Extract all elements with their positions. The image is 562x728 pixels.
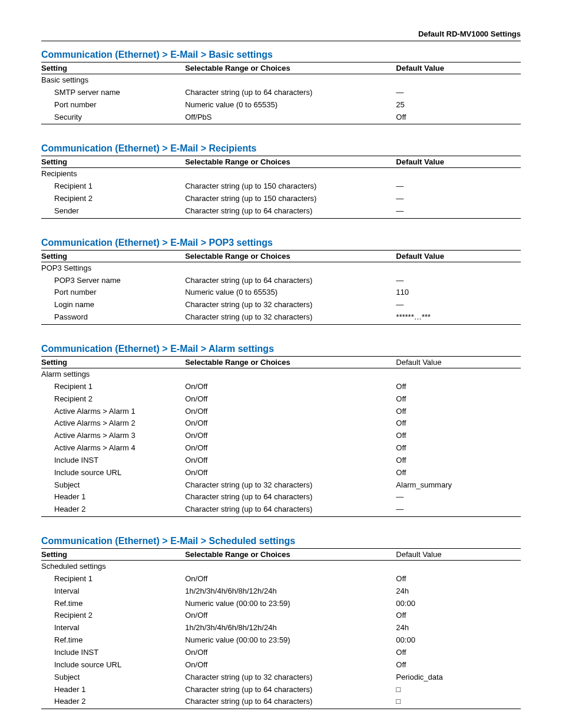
range-cell	[185, 74, 396, 87]
table-row: Active Alarms > Alarm 4On/OffOff	[41, 442, 521, 454]
range-cell: On/Off	[185, 659, 396, 671]
setting-cell: Security	[41, 111, 185, 124]
settings-section: Communication (Ethernet) > E-Mail > Alar…	[41, 344, 521, 517]
default-cell: Off	[396, 111, 521, 124]
range-cell: Numeric value (00:00 to 23:59)	[185, 634, 396, 647]
setting-cell: Login name	[41, 299, 185, 311]
range-cell: On/Off	[185, 442, 396, 454]
setting-cell: SMTP server name	[41, 87, 185, 99]
range-cell: Character string (up to 150 characters)	[185, 180, 396, 193]
setting-cell: Recipient 1	[41, 573, 185, 585]
default-cell: —	[396, 491, 521, 503]
table-row: Recipient 2On/OffOff	[41, 610, 521, 622]
setting-cell: Include source URL	[41, 467, 185, 479]
range-cell: Character string (up to 32 characters)	[185, 299, 396, 311]
default-cell: ******…***	[396, 311, 521, 324]
setting-cell: Ref.time	[41, 634, 185, 647]
default-cell: —	[396, 275, 521, 287]
default-cell	[396, 561, 521, 573]
range-cell: On/Off	[185, 406, 396, 418]
setting-cell: Header 2	[41, 696, 185, 709]
default-cell: □	[396, 684, 521, 696]
default-cell: 25	[396, 99, 521, 111]
default-cell: Off	[396, 393, 521, 406]
range-cell: Numeric value (0 to 65535)	[185, 99, 396, 111]
range-cell	[185, 262, 396, 274]
default-cell: —	[396, 180, 521, 193]
settings-table: SettingSelectable Range or ChoicesDefaul…	[41, 548, 521, 709]
settings-table: SettingSelectable Range or ChoicesDefaul…	[41, 156, 521, 218]
table-header: Setting	[41, 549, 185, 561]
setting-cell: POP3 Settings	[41, 262, 185, 274]
table-row: Recipient 1On/OffOff	[41, 573, 521, 585]
table-row: SMTP server nameCharacter string (up to …	[41, 87, 521, 99]
range-cell: On/Off	[185, 467, 396, 479]
range-cell: Character string (up to 32 characters)	[185, 671, 396, 684]
table-header: Setting	[41, 250, 185, 262]
table-row: POP3 Server nameCharacter string (up to …	[41, 275, 521, 287]
range-cell: Character string (up to 64 characters)	[185, 696, 396, 709]
default-cell: 24h	[396, 585, 521, 598]
default-cell: —	[396, 205, 521, 218]
default-cell: 00:00	[396, 598, 521, 610]
default-cell: Off	[396, 454, 521, 467]
settings-section: Communication (Ethernet) > E-Mail > Reci…	[41, 143, 521, 218]
table-header: Setting	[41, 356, 185, 368]
setting-cell: Alarm settings	[41, 368, 185, 380]
setting-cell: Include INST	[41, 454, 185, 467]
default-cell: Off	[396, 442, 521, 454]
table-row: Alarm settings	[41, 368, 521, 380]
setting-cell: Recipients	[41, 168, 185, 180]
range-cell: On/Off	[185, 430, 396, 442]
table-row: Basic settings	[41, 74, 521, 87]
table-header: Selectable Range or Choices	[185, 549, 396, 561]
table-header: Default Value	[396, 549, 521, 561]
table-row: Include INSTOn/OffOff	[41, 647, 521, 659]
settings-table: SettingSelectable Range or ChoicesDefaul…	[41, 250, 521, 325]
table-row: Ref.timeNumeric value (00:00 to 23:59)00…	[41, 634, 521, 647]
default-cell	[396, 368, 521, 380]
setting-cell: Scheduled settings	[41, 561, 185, 573]
settings-section: Communication (Ethernet) > E-Mail > Basi…	[41, 50, 521, 124]
default-cell: 00:00	[396, 634, 521, 647]
table-row: Header 1Character string (up to 64 chara…	[41, 684, 521, 696]
setting-cell: Include INST	[41, 647, 185, 659]
range-cell: On/Off	[185, 393, 396, 406]
table-row: Active Alarms > Alarm 1On/OffOff	[41, 406, 521, 418]
table-row: SubjectCharacter string (up to 32 charac…	[41, 671, 521, 684]
setting-cell: Active Alarms > Alarm 4	[41, 442, 185, 454]
section-title: Communication (Ethernet) > E-Mail > POP3…	[41, 238, 521, 249]
default-cell	[396, 262, 521, 274]
default-cell: 110	[396, 286, 521, 299]
range-cell: Off/PbS	[185, 111, 396, 124]
table-row: SubjectCharacter string (up to 32 charac…	[41, 479, 521, 492]
setting-cell: Recipient 2	[41, 610, 185, 622]
range-cell: 1h/2h/3h/4h/6h/8h/12h/24h	[185, 585, 396, 598]
default-cell: —	[396, 503, 521, 516]
range-cell: Character string (up to 64 characters)	[185, 491, 396, 503]
table-row: Ref.timeNumeric value (00:00 to 23:59)00…	[41, 598, 521, 610]
table-row: Scheduled settings	[41, 561, 521, 573]
setting-cell: Basic settings	[41, 74, 185, 87]
range-cell: On/Off	[185, 610, 396, 622]
table-row: Include source URLOn/OffOff	[41, 659, 521, 671]
range-cell: Character string (up to 64 characters)	[185, 503, 396, 516]
table-row: Login nameCharacter string (up to 32 cha…	[41, 299, 521, 311]
setting-cell: POP3 Server name	[41, 275, 185, 287]
setting-cell: Interval	[41, 585, 185, 598]
table-row: Recipients	[41, 168, 521, 180]
range-cell: Character string (up to 32 characters)	[185, 479, 396, 492]
setting-cell: Header 1	[41, 491, 185, 503]
range-cell: Character string (up to 32 characters)	[185, 311, 396, 324]
range-cell: Character string (up to 64 characters)	[185, 275, 396, 287]
setting-cell: Active Alarms > Alarm 3	[41, 430, 185, 442]
table-row: Include INSTOn/OffOff	[41, 454, 521, 467]
table-row: Recipient 1On/OffOff	[41, 381, 521, 393]
settings-section: Communication (Ethernet) > E-Mail > POP3…	[41, 238, 521, 325]
default-cell: Off	[396, 647, 521, 659]
table-row: Active Alarms > Alarm 3On/OffOff	[41, 430, 521, 442]
table-row: Header 1Character string (up to 64 chara…	[41, 491, 521, 503]
table-row: Interval1h/2h/3h/4h/6h/8h/12h/24h24h	[41, 585, 521, 598]
default-cell: Off	[396, 610, 521, 622]
table-row: Recipient 2On/OffOff	[41, 393, 521, 406]
